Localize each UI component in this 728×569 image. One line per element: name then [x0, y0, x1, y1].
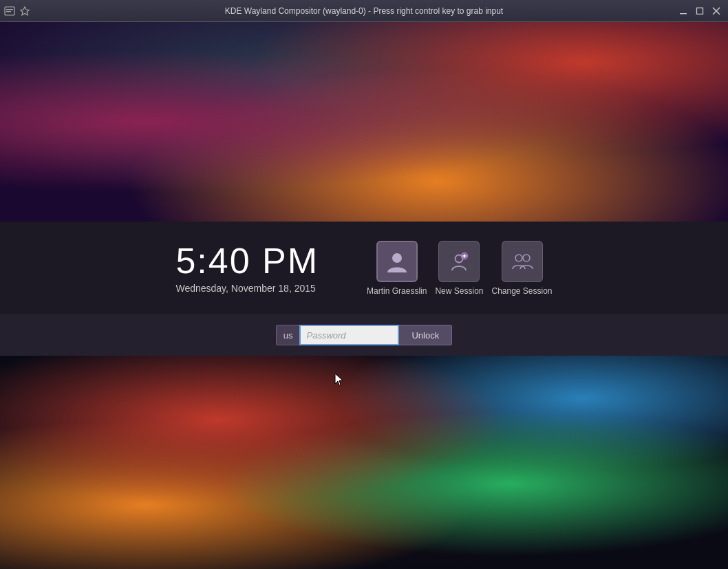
username-badge: us [276, 325, 300, 345]
titlebar-pin-icon[interactable] [19, 6, 30, 17]
svg-rect-3 [680, 13, 687, 14]
svg-rect-2 [6, 11, 11, 12]
svg-rect-4 [697, 8, 703, 14]
lock-panel: 5:40 PM Wednesday, November 18, 2015 Mar… [0, 222, 728, 356]
new-session-button[interactable] [438, 241, 480, 282]
user-icon [385, 249, 409, 274]
main-area: 5:40 PM Wednesday, November 18, 2015 Mar… [0, 22, 728, 569]
change-session-item[interactable]: Change Session [491, 241, 552, 296]
close-button[interactable] [709, 3, 724, 19]
titlebar-left [4, 6, 30, 17]
change-session-icon [511, 250, 533, 272]
titlebar-icon-1[interactable] [4, 6, 15, 17]
restore-button[interactable] [692, 3, 707, 19]
svg-point-12 [515, 255, 522, 261]
unlock-row: us Unlock [0, 314, 728, 356]
new-session-label: New Session [435, 286, 483, 296]
clock-time: 5:40 PM [175, 243, 319, 279]
titlebar-buttons [676, 3, 724, 19]
clock-date: Wednesday, November 18, 2015 [175, 283, 315, 294]
password-input[interactable] [299, 325, 399, 345]
svg-point-13 [523, 255, 530, 261]
new-session-icon [448, 250, 470, 272]
minimize-button[interactable] [676, 3, 691, 19]
bg-bottom [0, 356, 728, 569]
titlebar: KDE Wayland Compositor (wayland-0) - Pre… [0, 0, 728, 22]
svg-rect-1 [6, 9, 13, 10]
user-icons: Martin Graesslin New Session [367, 241, 552, 296]
titlebar-title: KDE Wayland Compositor (wayland-0) - Pre… [225, 6, 503, 16]
user-section: 5:40 PM Wednesday, November 18, 2015 Mar… [0, 222, 728, 314]
user-avatar[interactable] [376, 241, 418, 282]
change-session-label: Change Session [491, 286, 552, 296]
clock-area: 5:40 PM Wednesday, November 18, 2015 [175, 243, 319, 294]
unlock-button[interactable]: Unlock [399, 325, 452, 345]
svg-point-7 [392, 253, 402, 263]
bg-top [0, 22, 728, 222]
change-session-button[interactable] [502, 241, 543, 282]
main-user-label: Martin Graesslin [367, 286, 427, 296]
main-user-item[interactable]: Martin Graesslin [367, 241, 427, 296]
new-session-item[interactable]: New Session [435, 241, 483, 296]
